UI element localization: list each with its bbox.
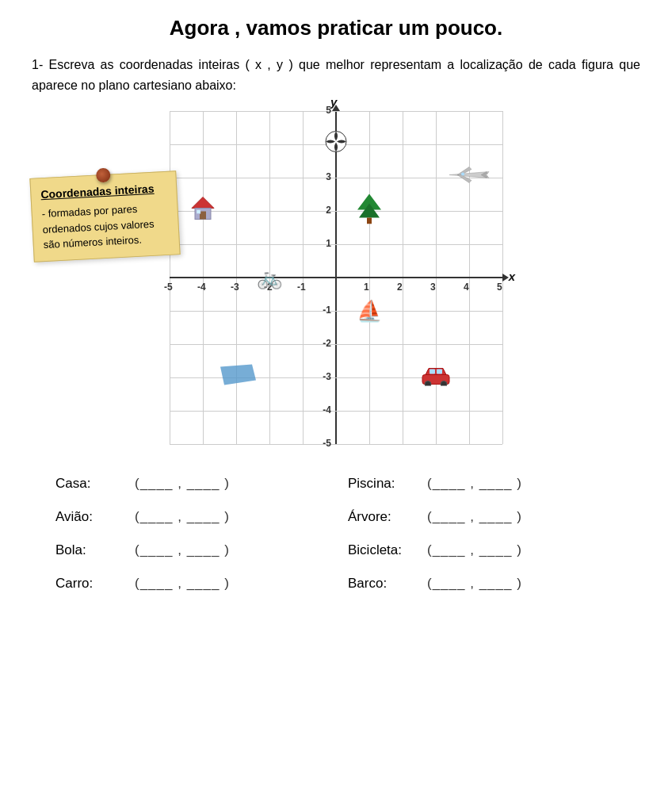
svg-point-8: [441, 381, 447, 386]
answer-row-árvore: Árvore:(____ , ____ ): [348, 509, 617, 525]
svg-rect-14: [367, 218, 372, 224]
bicicleta-icon: 🚲: [257, 266, 282, 290]
carro-icon: [419, 364, 452, 392]
answer-label: Avião:: [55, 509, 127, 525]
answer-blank: (____ , ____ ): [427, 476, 522, 492]
svg-point-7: [425, 381, 431, 386]
answer-row-carro: Carro:(____ , ____ ): [55, 576, 324, 592]
answer-blank: (____ , ____ ): [427, 509, 522, 525]
page-title: Agora , vamos praticar um pouco.: [32, 16, 640, 40]
instruction-text: 1- Escreva as coordenadas inteiras ( x ,…: [32, 55, 640, 95]
svg-rect-3: [197, 210, 200, 214]
svg-marker-11: [220, 365, 256, 385]
coordinate-plane: -5-4-3-2-112345-5-4-3-2-112345xy🚲⛵: [170, 111, 502, 444]
piscina-icon: [212, 363, 260, 393]
answer-blank: (____ , ____ ): [135, 476, 230, 492]
aviao-icon: [445, 164, 493, 192]
note-card: Coordenadas inteiras - formadas por pare…: [29, 170, 180, 262]
answers-section: Casa:(____ , ____ )Piscina:(____ , ____ …: [32, 476, 640, 592]
answer-label: Barco:: [348, 576, 419, 592]
answer-blank: (____ , ____ ): [427, 576, 522, 592]
pin-icon: [95, 168, 110, 183]
svg-point-4: [461, 173, 464, 176]
answer-row-piscina: Piscina:(____ , ____ ): [348, 476, 617, 492]
answer-blank: (____ , ____ ): [135, 509, 230, 525]
bola-icon: [325, 131, 347, 159]
answer-label: Casa:: [55, 476, 127, 492]
chart-area: Coordenadas inteiras - formadas por pare…: [32, 111, 640, 444]
answer-label: Bola:: [55, 542, 127, 558]
answer-blank: (____ , ____ ): [427, 542, 522, 558]
note-body: - formadas por pares ordenados cujos val…: [41, 203, 155, 251]
answer-label: Carro:: [55, 576, 127, 592]
answer-label: Bicicleta:: [348, 542, 419, 558]
note-title: Coordenadas inteiras: [40, 180, 167, 203]
answer-label: Piscina:: [348, 476, 419, 492]
answers-grid: Casa:(____ , ____ )Piscina:(____ , ____ …: [55, 476, 617, 592]
answer-blank: (____ , ____ ): [135, 542, 230, 558]
answer-row-barco: Barco:(____ , ____ ): [348, 576, 617, 592]
answer-row-bola: Bola:(____ , ____ ): [55, 542, 324, 558]
answer-row-avião: Avião:(____ , ____ ): [55, 509, 324, 525]
svg-marker-0: [192, 197, 214, 209]
svg-rect-10: [437, 370, 442, 374]
answer-label: Árvore:: [348, 509, 419, 525]
answer-row-bicicleta: Bicicleta:(____ , ____ ): [348, 542, 617, 558]
barco-icon: ⛵: [357, 299, 382, 324]
answer-row-casa: Casa:(____ , ____ ): [55, 476, 324, 492]
svg-rect-9: [430, 370, 435, 374]
answer-blank: (____ , ____ ): [135, 576, 230, 592]
arvore-icon: [356, 193, 383, 230]
casa-icon: [189, 194, 217, 228]
